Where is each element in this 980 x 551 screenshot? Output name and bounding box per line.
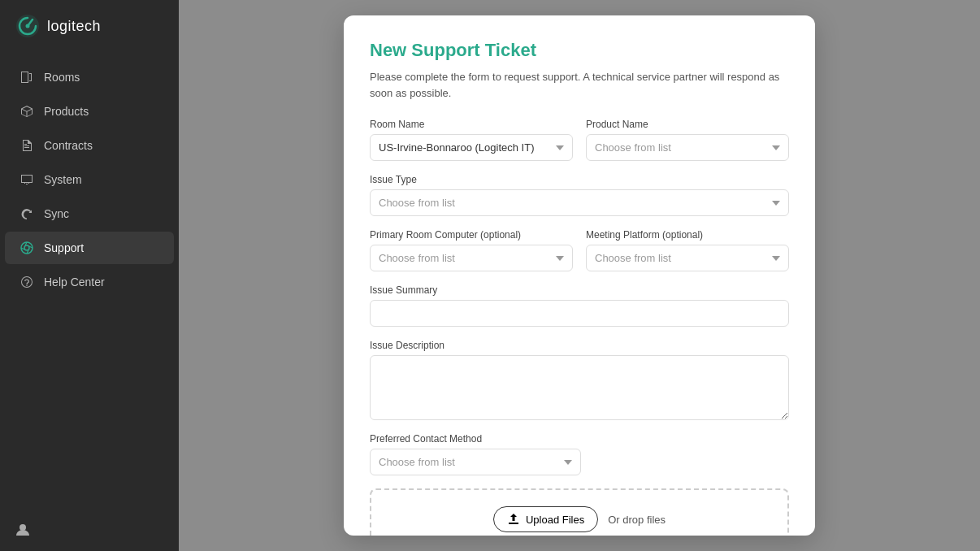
upload-area[interactable]: Upload Files Or drop files — [370, 488, 789, 536]
upload-icon — [507, 513, 520, 526]
main-content: New Support Ticket Please complete the f… — [179, 0, 980, 551]
modal-overlay: New Support Ticket Please complete the f… — [179, 0, 980, 551]
issue-type-group: Issue Type Choose from list — [370, 174, 789, 216]
primary-room-label: Primary Room Computer (optional) — [370, 229, 573, 241]
system-label: System — [44, 173, 82, 186]
form-row-4: Issue Summary — [370, 284, 789, 327]
issue-summary-group: Issue Summary — [370, 284, 789, 327]
document-icon — [20, 138, 34, 153]
sidebar-item-contracts[interactable]: Contracts — [5, 129, 174, 162]
sidebar-item-sync[interactable]: Sync — [5, 197, 174, 230]
issue-description-textarea[interactable] — [370, 355, 789, 420]
box-icon — [20, 104, 34, 119]
product-name-group: Product Name Choose from list — [586, 119, 789, 161]
upload-button-label: Upload Files — [526, 514, 584, 526]
monitor-icon — [20, 172, 34, 187]
sidebar-item-support[interactable]: Support — [5, 232, 174, 264]
modal-title: New Support Ticket — [370, 40, 789, 61]
svg-point-8 — [20, 524, 26, 531]
form-row-5: Issue Description — [370, 340, 789, 420]
modal-subtitle: Please complete the form to request supp… — [370, 69, 789, 101]
logo-text: logitech — [47, 18, 101, 35]
primary-room-group: Primary Room Computer (optional) Choose … — [370, 229, 573, 271]
issue-summary-input[interactable] — [370, 300, 789, 327]
form-row-1: Room Name US-Irvine-Bonnaroo (Logitech I… — [370, 119, 789, 161]
form-row-6: Preferred Contact Method Choose from lis… — [370, 433, 789, 475]
sync-label: Sync — [44, 207, 69, 220]
upload-or-text: Or drop files — [608, 514, 666, 526]
navigation: Rooms Products Contracts System — [0, 60, 179, 299]
meeting-platform-group: Meeting Platform (optional) Choose from … — [586, 229, 789, 271]
support-icon — [20, 241, 34, 255]
form-row-2: Issue Type Choose from list — [370, 174, 789, 216]
sidebar-item-system[interactable]: System — [5, 163, 174, 196]
user-profile[interactable] — [0, 509, 179, 551]
preferred-contact-select[interactable]: Choose from list — [370, 449, 581, 475]
support-ticket-modal: New Support Ticket Please complete the f… — [344, 15, 815, 536]
issue-summary-label: Issue Summary — [370, 284, 789, 296]
product-name-label: Product Name — [586, 119, 789, 130]
upload-files-button[interactable]: Upload Files — [493, 506, 598, 532]
sync-icon — [20, 206, 34, 221]
sidebar: logitech Rooms Products Contracts — [0, 0, 179, 551]
form-row-3: Primary Room Computer (optional) Choose … — [370, 229, 789, 271]
logitech-logo-icon — [15, 13, 41, 39]
products-label: Products — [44, 105, 89, 118]
sidebar-item-help-center[interactable]: Help Center — [5, 266, 174, 298]
room-name-group: Room Name US-Irvine-Bonnaroo (Logitech I… — [370, 119, 573, 161]
issue-description-label: Issue Description — [370, 340, 789, 351]
sidebar-item-products[interactable]: Products — [5, 95, 174, 128]
svg-point-3 — [24, 245, 29, 250]
svg-point-2 — [21, 242, 33, 254]
product-name-select[interactable]: Choose from list — [586, 134, 789, 161]
preferred-contact-group: Preferred Contact Method Choose from lis… — [370, 433, 581, 475]
logo: logitech — [0, 0, 179, 52]
room-name-select[interactable]: US-Irvine-Bonnaroo (Logitech IT) — [370, 134, 573, 161]
sidebar-item-rooms[interactable]: Rooms — [5, 61, 174, 93]
rooms-label: Rooms — [44, 71, 80, 84]
issue-type-label: Issue Type — [370, 174, 789, 185]
meeting-platform-select[interactable]: Choose from list — [586, 245, 789, 271]
user-avatar-icon — [15, 522, 31, 538]
preferred-contact-label: Preferred Contact Method — [370, 433, 581, 445]
svg-point-1 — [26, 24, 30, 28]
issue-type-select[interactable]: Choose from list — [370, 189, 789, 216]
help-center-label: Help Center — [44, 276, 105, 289]
door-icon — [20, 70, 34, 85]
primary-room-select[interactable]: Choose from list — [370, 245, 573, 271]
issue-description-group: Issue Description — [370, 340, 789, 420]
help-icon — [20, 275, 34, 289]
meeting-platform-label: Meeting Platform (optional) — [586, 229, 789, 241]
support-label: Support — [44, 241, 84, 254]
contracts-label: Contracts — [44, 139, 93, 152]
room-name-label: Room Name — [370, 119, 573, 130]
